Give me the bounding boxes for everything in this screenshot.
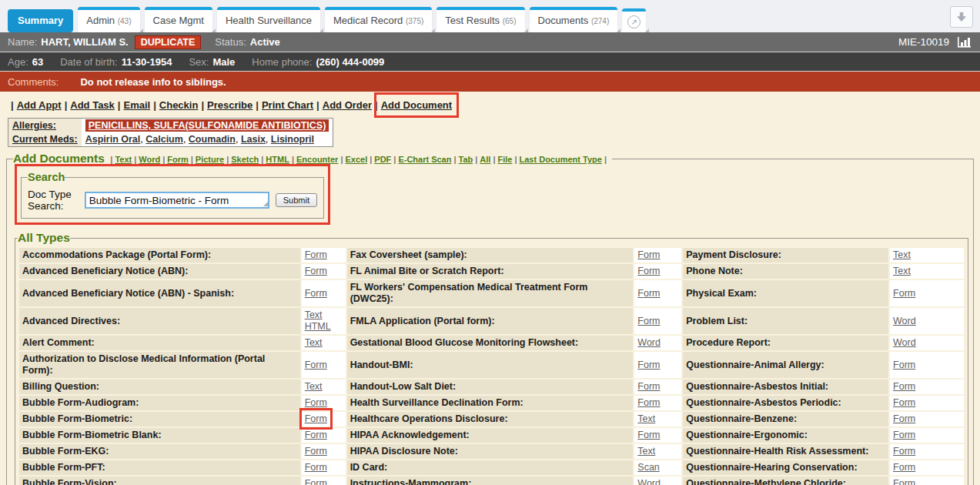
format-link-tab[interactable]: Tab (459, 155, 473, 164)
action-link-add-task[interactable]: Add Task (70, 99, 115, 111)
doc-link-word[interactable]: Word (637, 337, 661, 348)
tab-case-mgmt[interactable]: Case Mgmt (145, 7, 212, 32)
action-link-print-chart[interactable]: Print Chart (262, 99, 313, 111)
action-link-add-appt[interactable]: Add Appt (17, 99, 62, 111)
all-types-title: All Types (18, 231, 70, 244)
current-meds-link[interactable]: Current Meds: (12, 134, 78, 145)
doc-link-form[interactable]: Form (893, 478, 915, 485)
circle-arrow-up-right-icon: ↗ (627, 15, 641, 28)
doc-link-form[interactable]: Form (305, 462, 327, 473)
doc-link-form[interactable]: Form (893, 381, 915, 392)
doc-link-text[interactable]: Text (637, 446, 655, 457)
doc-link-form[interactable]: Form (305, 413, 327, 424)
doc-link-scan[interactable]: Scan (637, 462, 660, 473)
doc-link-text[interactable]: Text (893, 266, 911, 276)
doc-link-form[interactable]: Form (893, 462, 915, 473)
demo-label: Age: (8, 56, 28, 68)
doc-link-form[interactable]: Form (305, 397, 327, 408)
doc-link-form[interactable]: Form (637, 316, 660, 326)
doc-link-word[interactable]: Word (893, 316, 916, 326)
doc-type-label: Questionnaire-Methylene Chloride: (683, 477, 888, 485)
submit-button[interactable]: Submit (276, 193, 317, 207)
doc-link-text[interactable]: Text (305, 337, 323, 348)
doc-link-word[interactable]: Word (893, 337, 916, 348)
doc-link-form[interactable]: Form (637, 288, 660, 299)
format-link-sketch[interactable]: Sketch (231, 155, 259, 164)
doc-link-form[interactable]: Form (305, 249, 327, 260)
doc-link-form[interactable]: Form (893, 446, 915, 457)
doc-link-form[interactable]: Form (893, 288, 915, 299)
comments-text: Do not release info to siblings. (80, 76, 226, 88)
doc-type-label: Alert Comment: (19, 336, 300, 350)
format-link-last-document-type[interactable]: Last Document Type (520, 155, 602, 164)
doc-link-form[interactable]: Form (893, 430, 915, 440)
doc-link-form[interactable]: Form (893, 360, 915, 370)
doc-type-search-input[interactable] (85, 192, 269, 209)
doc-link-form[interactable]: Form (637, 397, 660, 408)
doc-link-text[interactable]: Text (305, 309, 323, 320)
collapse-panel-button[interactable] (950, 6, 973, 28)
format-link-e-chart-scan[interactable]: E-Chart Scan (398, 155, 451, 164)
documents-popout-button[interactable]: ↗ (622, 8, 646, 32)
doc-link-form[interactable]: Form (637, 430, 660, 440)
doc-link-form[interactable]: Form (637, 360, 660, 370)
doc-link-form[interactable]: Form (893, 397, 915, 408)
doc-link-text[interactable]: Text (637, 413, 655, 424)
tab-test-results[interactable]: Test Results (65) (436, 7, 524, 32)
format-link-pdf[interactable]: PDF (374, 155, 391, 164)
doc-type-label: Questionnaire-Ergonomic: (683, 428, 888, 443)
doc-type-label: Questionnaire-Asbestos Periodic: (683, 396, 888, 410)
tab-medical-record[interactable]: Medical Record (375) (325, 7, 432, 32)
doc-type-link-cell: Scan (634, 460, 681, 475)
action-link-checkin[interactable]: Checkin (159, 99, 199, 111)
doc-link-text[interactable]: Text (893, 249, 911, 260)
format-link-file[interactable]: File (498, 155, 513, 164)
doc-type-label: Procedure Report: (683, 336, 888, 350)
doc-link-form[interactable]: Form (305, 446, 327, 457)
doc-link-form[interactable]: Form (305, 266, 327, 276)
tab-summary[interactable]: Summary (8, 9, 73, 32)
allergy-value-link[interactable]: PENICILLINS, SULFA(SULFONAMIDE ANTIBIOTI… (89, 120, 326, 131)
med-link-lasix[interactable]: Lasix (241, 134, 266, 145)
doc-link-form[interactable]: Form (305, 430, 327, 440)
format-link-picture[interactable]: Picture (196, 155, 224, 164)
med-link-lisinopril[interactable]: Lisinopril (271, 134, 314, 145)
doc-link-form[interactable]: Form (305, 360, 327, 370)
action-link-email[interactable]: Email (123, 99, 150, 111)
tab-admin[interactable]: Admin (43) (78, 7, 139, 32)
bar-chart-icon[interactable] (957, 36, 972, 48)
doc-type-link-cell: Form (890, 428, 964, 443)
doc-link-form[interactable]: Form (637, 249, 660, 260)
action-link-add-document[interactable]: Add Document (381, 99, 452, 111)
doc-type-link-cell: Form (302, 264, 346, 279)
doc-link-form[interactable]: Form (637, 381, 660, 392)
format-link-all[interactable]: All (480, 155, 490, 164)
format-link-text[interactable]: Text (115, 155, 132, 164)
demographics-bar: Age:63Date of birth:11-30-1954Sex:MaleHo… (0, 52, 980, 71)
doc-link-html[interactable]: HTML (305, 321, 331, 332)
search-legend: Search (28, 170, 65, 184)
table-row: Advanced Directives:TextHTMLFMLA Applica… (19, 308, 964, 334)
doc-link-form[interactable]: Form (637, 266, 660, 276)
med-link-calcium[interactable]: Calcium (145, 134, 183, 145)
doc-link-word[interactable]: Word (637, 478, 661, 485)
format-link-excel[interactable]: Excel (345, 155, 367, 164)
allergies-link[interactable]: Allergies: (12, 120, 56, 131)
allergy-highlight: PENICILLINS, SULFA(SULFONAMIDE ANTIBIOTI… (85, 119, 329, 132)
doc-link-form[interactable]: Form (305, 288, 327, 299)
doc-type-link-cell: Form (302, 477, 346, 485)
format-link-encounter[interactable]: Encounter (296, 155, 338, 164)
doc-link-form[interactable]: Form (893, 413, 915, 424)
format-link-html[interactable]: HTML (266, 155, 289, 164)
format-link-form[interactable]: Form (167, 155, 189, 164)
doc-link-text[interactable]: Text (305, 381, 323, 392)
tab-health-surveillance[interactable]: Health Surveillance (217, 7, 320, 32)
action-link-prescribe[interactable]: Prescribe (207, 99, 253, 111)
doc-type-link-cell: Word (634, 477, 681, 485)
med-link-coumadin[interactable]: Coumadin (189, 134, 236, 145)
med-link-aspirin-oral[interactable]: Aspirin Oral (85, 134, 141, 145)
action-link-add-order[interactable]: Add Order (323, 99, 372, 111)
doc-link-form[interactable]: Form (305, 478, 327, 485)
format-link-word[interactable]: Word (139, 155, 160, 164)
tab-documents[interactable]: Documents (274) (530, 7, 618, 32)
